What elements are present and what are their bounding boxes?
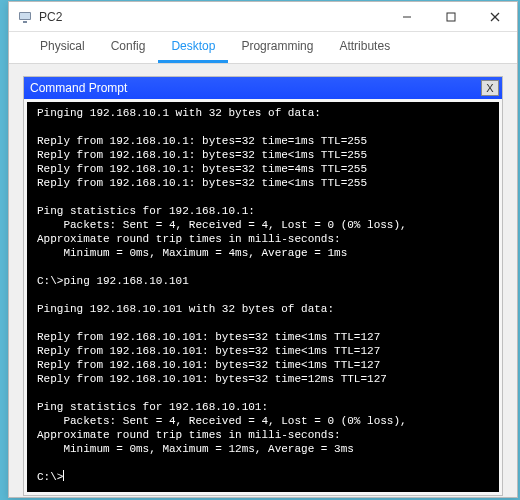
- command-prompt-titlebar[interactable]: Command Prompt X: [24, 77, 502, 99]
- command-prompt-close-button[interactable]: X: [481, 80, 499, 96]
- command-prompt-title: Command Prompt: [30, 81, 481, 95]
- svg-rect-2: [23, 21, 27, 23]
- tab-desktop[interactable]: Desktop: [158, 32, 228, 63]
- minimize-button[interactable]: [385, 2, 429, 32]
- close-icon: X: [486, 82, 493, 94]
- close-button[interactable]: [473, 2, 517, 32]
- svg-rect-1: [20, 13, 30, 19]
- tab-physical[interactable]: Physical: [27, 32, 98, 63]
- svg-rect-4: [447, 13, 455, 21]
- titlebar[interactable]: PC2: [9, 2, 517, 32]
- maximize-button[interactable]: [429, 2, 473, 32]
- tab-bar: Physical Config Desktop Programming Attr…: [9, 32, 517, 64]
- tab-config[interactable]: Config: [98, 32, 159, 63]
- app-icon: [17, 9, 33, 25]
- terminal-output[interactable]: Pinging 192.168.10.1 with 32 bytes of da…: [27, 102, 499, 492]
- window-title: PC2: [39, 10, 385, 24]
- app-window: PC2 Physical Config Desktop Programming …: [8, 1, 518, 498]
- workspace: Command Prompt X Pinging 192.168.10.1 wi…: [9, 64, 517, 500]
- tab-attributes[interactable]: Attributes: [326, 32, 403, 63]
- tab-programming[interactable]: Programming: [228, 32, 326, 63]
- command-prompt-window: Command Prompt X Pinging 192.168.10.1 wi…: [23, 76, 503, 496]
